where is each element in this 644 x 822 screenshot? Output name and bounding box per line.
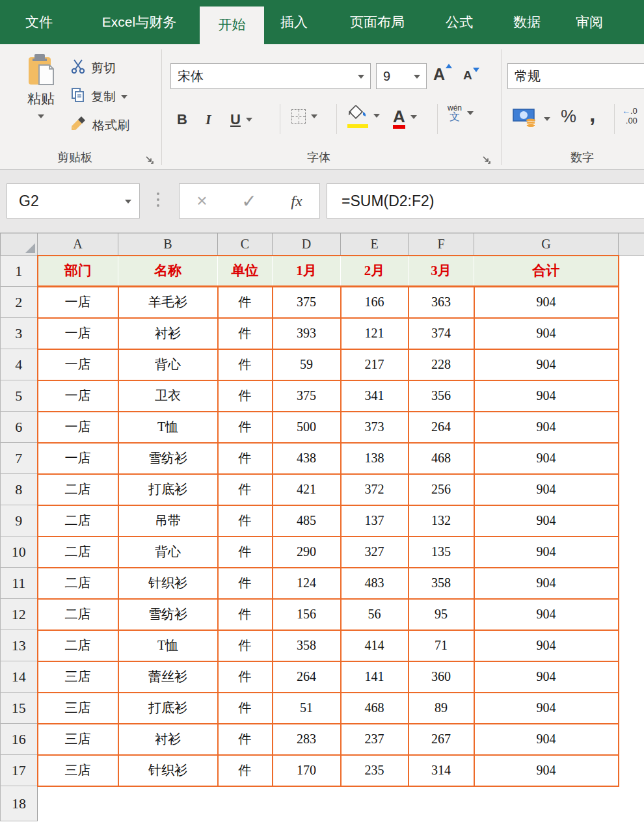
cell-F17[interactable]: 314 — [409, 755, 474, 786]
cell-C9[interactable]: 件 — [218, 505, 273, 537]
cell-G11[interactable]: 904 — [474, 568, 619, 599]
cell-F2[interactable]: 363 — [409, 287, 474, 318]
cell-B13[interactable]: T恤 — [118, 630, 218, 661]
cell-A5[interactable]: 一店 — [38, 380, 118, 412]
copy-button[interactable]: 复制 — [70, 87, 127, 106]
cell-B15[interactable]: 打底衫 — [118, 693, 218, 724]
cut-button[interactable]: 剪切 — [70, 59, 116, 77]
cell-A14[interactable]: 三店 — [38, 661, 118, 693]
cell-F13[interactable]: 71 — [409, 630, 474, 661]
row-header-9[interactable]: 9 — [1, 505, 38, 537]
tab-data[interactable]: 数据 — [500, 0, 554, 44]
cell-B16[interactable]: 衬衫 — [118, 724, 218, 755]
cell-F16[interactable]: 267 — [409, 724, 474, 755]
cell-F12[interactable]: 95 — [409, 599, 474, 630]
cell-E2[interactable]: 166 — [341, 287, 409, 318]
cell-C8[interactable]: 件 — [218, 474, 273, 505]
empty-cell[interactable] — [619, 786, 644, 821]
row-header-13[interactable]: 13 — [1, 630, 38, 661]
cell-D16[interactable]: 283 — [273, 724, 341, 755]
cell-E16[interactable]: 237 — [341, 724, 409, 755]
cell-F14[interactable]: 360 — [409, 661, 474, 693]
bold-button[interactable]: B — [177, 108, 187, 131]
row-header-3[interactable]: 3 — [1, 318, 38, 349]
cell-C7[interactable]: 件 — [218, 443, 273, 474]
column-header-C[interactable]: C — [218, 233, 273, 256]
cell-G10[interactable]: 904 — [474, 537, 619, 568]
font-color-button[interactable]: A — [393, 107, 417, 127]
cell-G2[interactable]: 904 — [474, 287, 619, 318]
cell-E10[interactable]: 327 — [341, 537, 409, 568]
cell-C5[interactable]: 件 — [218, 380, 273, 412]
row-header-6[interactable]: 6 — [1, 412, 38, 443]
cell-G12[interactable]: 904 — [474, 599, 619, 630]
cell-B8[interactable]: 打底衫 — [118, 474, 218, 505]
cell-A6[interactable]: 一店 — [38, 412, 118, 443]
row-header-15[interactable]: 15 — [1, 693, 38, 724]
column-header-E[interactable]: E — [341, 233, 409, 256]
cell-F10[interactable]: 135 — [409, 537, 474, 568]
cell-header-F1[interactable]: 3月 — [409, 256, 474, 287]
empty-cell[interactable] — [38, 786, 118, 821]
cell-E3[interactable]: 121 — [341, 318, 409, 349]
cell-C11[interactable]: 件 — [218, 568, 273, 599]
row-header-11[interactable]: 11 — [1, 568, 38, 599]
row-header-1[interactable]: 1 — [1, 256, 38, 287]
cell-D4[interactable]: 59 — [273, 349, 341, 380]
cell-F5[interactable]: 356 — [409, 380, 474, 412]
cell-A11[interactable]: 二店 — [38, 568, 118, 599]
font-name-combo[interactable]: 宋体 — [170, 63, 371, 89]
cell-A12[interactable]: 二店 — [38, 599, 118, 630]
cell-D8[interactable]: 421 — [273, 474, 341, 505]
empty-cell[interactable] — [341, 786, 409, 821]
cell-G13[interactable]: 904 — [474, 630, 619, 661]
cell-A8[interactable]: 二店 — [38, 474, 118, 505]
cell-A3[interactable]: 一店 — [38, 318, 118, 349]
cell-G7[interactable]: 904 — [474, 443, 619, 474]
cancel-button[interactable]: × — [196, 191, 207, 211]
cell-G9[interactable]: 904 — [474, 505, 619, 537]
cell-A13[interactable]: 二店 — [38, 630, 118, 661]
row-header-18[interactable]: 18 — [1, 786, 38, 821]
cell-F6[interactable]: 264 — [409, 412, 474, 443]
cell-B17[interactable]: 针织衫 — [118, 755, 218, 786]
cell-G17[interactable]: 904 — [474, 755, 619, 786]
cell-C13[interactable]: 件 — [218, 630, 273, 661]
cell-G16[interactable]: 904 — [474, 724, 619, 755]
cell-A10[interactable]: 二店 — [38, 537, 118, 568]
cell-E13[interactable]: 414 — [341, 630, 409, 661]
cell-A15[interactable]: 三店 — [38, 693, 118, 724]
cell-E15[interactable]: 468 — [341, 693, 409, 724]
cell-E12[interactable]: 56 — [341, 599, 409, 630]
accounting-format-button[interactable] — [513, 107, 550, 131]
cell-F7[interactable]: 468 — [409, 443, 474, 474]
cell-header-E1[interactable]: 2月 — [341, 256, 409, 287]
cell-header-C1[interactable]: 单位 — [218, 256, 273, 287]
cell-header-B1[interactable]: 名称 — [118, 256, 218, 287]
cell-G15[interactable]: 904 — [474, 693, 619, 724]
tab-insert[interactable]: 插入 — [268, 0, 320, 44]
name-box[interactable]: G2 — [7, 183, 140, 219]
cell-D14[interactable]: 264 — [273, 661, 341, 693]
cell-A2[interactable]: 一店 — [38, 287, 118, 318]
empty-cell[interactable] — [218, 786, 273, 821]
cell-D10[interactable]: 290 — [273, 537, 341, 568]
cell-D9[interactable]: 485 — [273, 505, 341, 537]
cell-A7[interactable]: 一店 — [38, 443, 118, 474]
cell-B11[interactable]: 针织衫 — [118, 568, 218, 599]
row-header-5[interactable]: 5 — [1, 380, 38, 412]
cell-G6[interactable]: 904 — [474, 412, 619, 443]
empty-cell[interactable] — [118, 786, 218, 821]
cell-D6[interactable]: 500 — [273, 412, 341, 443]
cell-D2[interactable]: 375 — [273, 287, 341, 318]
tab-excel-finance[interactable]: Excel与财务 — [85, 0, 194, 44]
increase-decimal-button[interactable]: ←.0 .00 — [622, 107, 637, 126]
clipboard-dialog-launcher-icon[interactable] — [144, 155, 155, 165]
cell-E6[interactable]: 373 — [341, 412, 409, 443]
cell-E7[interactable]: 138 — [341, 443, 409, 474]
cell-E17[interactable]: 235 — [341, 755, 409, 786]
cell-F4[interactable]: 228 — [409, 349, 474, 380]
cell-D17[interactable]: 170 — [273, 755, 341, 786]
cell-C3[interactable]: 件 — [218, 318, 273, 349]
cell-C12[interactable]: 件 — [218, 599, 273, 630]
